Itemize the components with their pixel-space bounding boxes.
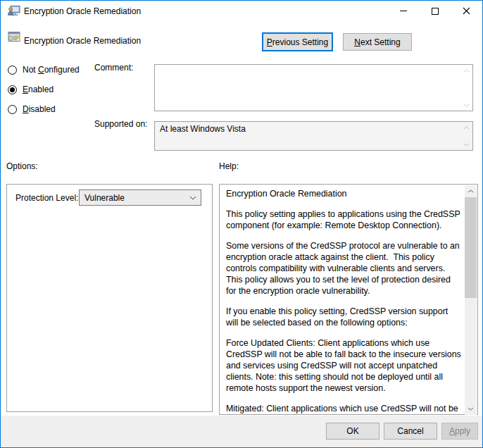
- radio-label: Enabled: [23, 85, 54, 94]
- scroll-down-icon: [462, 142, 470, 147]
- scroll-up-icon: [468, 189, 474, 193]
- maximize-button[interactable]: [419, 1, 451, 21]
- radio-circle: [8, 66, 17, 75]
- close-button[interactable]: [451, 1, 482, 21]
- previous-setting-button[interactable]: Previous Setting: [262, 32, 333, 51]
- radio-disabled[interactable]: Disabled: [8, 104, 56, 114]
- next-setting-button[interactable]: Next Setting: [343, 33, 412, 51]
- title-bar[interactable]: Encryption Oracle Remediation: [1, 1, 482, 22]
- group-policy-setting-dialog: Encryption Oracle Remediation Encryption…: [0, 0, 483, 448]
- comment-label: Comment:: [94, 63, 133, 73]
- protection-level-combobox[interactable]: Vulnerable: [79, 189, 201, 206]
- window-title: Encryption Oracle Remediation: [24, 6, 141, 16]
- scroll-up-icon: [462, 68, 470, 73]
- scrollbar-up-button[interactable]: [465, 185, 477, 197]
- apply-button: Apply: [441, 423, 478, 440]
- help-paragraph: This policy setting applies to applicati…: [226, 209, 462, 231]
- radio-label: Not Configured: [23, 65, 80, 75]
- close-icon: [463, 7, 470, 15]
- options-panel: Protection Level: Vulnerable: [6, 184, 213, 412]
- dialog-footer: OK Cancel Apply: [1, 416, 482, 447]
- help-paragraph: If you enable this policy setting, CredS…: [226, 306, 462, 328]
- radio-circle: [8, 105, 17, 114]
- help-scrollbar[interactable]: [465, 185, 477, 415]
- supported-on-label: Supported on:: [94, 119, 147, 129]
- minimize-icon: [400, 11, 407, 11]
- caption-buttons: [387, 1, 482, 21]
- minimize-button[interactable]: [387, 1, 419, 21]
- radio-circle-selected: [8, 85, 17, 94]
- ok-button[interactable]: OK: [326, 423, 380, 440]
- radio-label: Disabled: [23, 104, 56, 114]
- chevron-down-icon: [185, 196, 201, 200]
- scrollbar-down-button[interactable]: [465, 403, 477, 415]
- protection-level-label: Protection Level:: [15, 193, 78, 203]
- radio-not-configured[interactable]: Not Configured: [8, 65, 80, 75]
- help-paragraph: Some versions of the CredSSP protocol ar…: [226, 240, 462, 297]
- options-section-label: Options:: [6, 161, 38, 171]
- group-policy-icon: [8, 6, 20, 19]
- scroll-down-icon: [462, 102, 470, 108]
- scroll-down-icon: [468, 407, 474, 411]
- comment-textarea[interactable]: [154, 64, 473, 111]
- help-section-label: Help:: [219, 161, 239, 171]
- policy-name: Encryption Oracle Remediation: [24, 36, 141, 46]
- help-text: Encryption Oracle Remediation This polic…: [220, 185, 466, 415]
- radio-enabled[interactable]: Enabled: [8, 85, 54, 94]
- scroll-up-icon: [462, 125, 470, 130]
- policy-setting-icon: [8, 32, 20, 44]
- help-paragraph: Force Updated Clients: Client applicatio…: [226, 337, 462, 394]
- scrollbar-thumb[interactable]: [465, 197, 477, 298]
- help-panel: Encryption Oracle Remediation This polic…: [219, 184, 478, 415]
- help-paragraph: Mitigated: Client applications which use…: [226, 403, 462, 415]
- supported-on-box[interactable]: At least Windows Vista: [154, 121, 473, 151]
- help-paragraph: Encryption Oracle Remediation: [226, 188, 462, 199]
- protection-level-value: Vulnerable: [80, 193, 185, 203]
- maximize-icon: [432, 8, 439, 15]
- cancel-button[interactable]: Cancel: [384, 423, 437, 440]
- supported-on-value: At least Windows Vista: [160, 124, 458, 134]
